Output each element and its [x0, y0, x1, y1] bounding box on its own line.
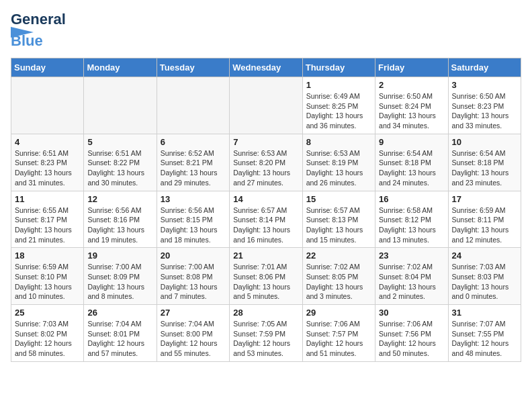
- calendar-cell: [11, 77, 84, 134]
- calendar-cell: 28Sunrise: 7:05 AM Sunset: 7:59 PM Dayli…: [230, 305, 302, 362]
- day-info: Sunrise: 7:03 AM Sunset: 8:02 PM Dayligh…: [15, 319, 80, 359]
- col-header-friday: Friday: [375, 58, 448, 77]
- calendar-cell: 23Sunrise: 7:02 AM Sunset: 8:04 PM Dayli…: [375, 248, 448, 305]
- day-info: Sunrise: 6:49 AM Sunset: 8:25 PM Dayligh…: [306, 91, 371, 131]
- week-row-3: 11Sunrise: 6:55 AM Sunset: 8:17 PM Dayli…: [11, 191, 521, 248]
- col-header-tuesday: Tuesday: [157, 58, 229, 77]
- logo-general: General: [11, 11, 66, 28]
- calendar-table: SundayMondayTuesdayWednesdayThursdayFrid…: [11, 58, 521, 362]
- day-number: 3: [452, 80, 517, 90]
- calendar-cell: [230, 77, 302, 134]
- day-info: Sunrise: 6:56 AM Sunset: 8:16 PM Dayligh…: [87, 205, 152, 245]
- day-info: Sunrise: 6:54 AM Sunset: 8:18 PM Dayligh…: [452, 148, 517, 188]
- calendar-cell: 19Sunrise: 7:00 AM Sunset: 8:09 PM Dayli…: [84, 248, 157, 305]
- day-info: Sunrise: 7:03 AM Sunset: 8:03 PM Dayligh…: [452, 262, 517, 302]
- calendar-cell: 17Sunrise: 6:59 AM Sunset: 8:11 PM Dayli…: [448, 191, 521, 248]
- day-info: Sunrise: 7:04 AM Sunset: 8:00 PM Dayligh…: [161, 319, 226, 359]
- day-number: 8: [306, 137, 371, 147]
- calendar-cell: 9Sunrise: 6:54 AM Sunset: 8:18 PM Daylig…: [375, 134, 448, 191]
- day-number: 14: [233, 194, 298, 204]
- col-header-monday: Monday: [84, 58, 157, 77]
- calendar-cell: 10Sunrise: 6:54 AM Sunset: 8:18 PM Dayli…: [448, 134, 521, 191]
- day-number: 26: [87, 308, 152, 318]
- calendar-cell: 2Sunrise: 6:50 AM Sunset: 8:24 PM Daylig…: [375, 77, 448, 134]
- week-row-2: 4Sunrise: 6:51 AM Sunset: 8:23 PM Daylig…: [11, 134, 521, 191]
- day-info: Sunrise: 7:04 AM Sunset: 8:01 PM Dayligh…: [87, 319, 152, 359]
- day-info: Sunrise: 7:02 AM Sunset: 8:04 PM Dayligh…: [379, 262, 444, 302]
- logo: General Blue: [11, 11, 66, 50]
- day-info: Sunrise: 7:06 AM Sunset: 7:57 PM Dayligh…: [306, 319, 371, 359]
- calendar-cell: 29Sunrise: 7:06 AM Sunset: 7:57 PM Dayli…: [302, 305, 375, 362]
- week-row-5: 25Sunrise: 7:03 AM Sunset: 8:02 PM Dayli…: [11, 305, 521, 362]
- day-number: 15: [306, 194, 371, 204]
- day-number: 19: [87, 250, 152, 261]
- col-header-saturday: Saturday: [448, 58, 521, 77]
- calendar-cell: 25Sunrise: 7:03 AM Sunset: 8:02 PM Dayli…: [11, 305, 84, 362]
- calendar-cell: 1Sunrise: 6:49 AM Sunset: 8:25 PM Daylig…: [302, 77, 375, 134]
- day-info: Sunrise: 6:52 AM Sunset: 8:21 PM Dayligh…: [161, 148, 226, 188]
- col-header-sunday: Sunday: [11, 58, 84, 77]
- day-number: 7: [233, 137, 298, 147]
- day-number: 30: [379, 308, 444, 318]
- calendar-cell: 11Sunrise: 6:55 AM Sunset: 8:17 PM Dayli…: [11, 191, 84, 248]
- day-info: Sunrise: 7:02 AM Sunset: 8:05 PM Dayligh…: [306, 262, 371, 302]
- day-number: 29: [306, 308, 371, 318]
- day-number: 5: [87, 137, 152, 147]
- day-number: 25: [15, 308, 80, 318]
- day-number: 20: [161, 250, 226, 261]
- calendar-header: SundayMondayTuesdayWednesdayThursdayFrid…: [11, 58, 521, 77]
- day-info: Sunrise: 6:56 AM Sunset: 8:15 PM Dayligh…: [161, 205, 226, 245]
- calendar-cell: 4Sunrise: 6:51 AM Sunset: 8:23 PM Daylig…: [11, 134, 84, 191]
- day-info: Sunrise: 6:50 AM Sunset: 8:23 PM Dayligh…: [452, 91, 517, 131]
- day-number: 28: [233, 308, 298, 318]
- day-info: Sunrise: 6:57 AM Sunset: 8:14 PM Dayligh…: [233, 205, 298, 245]
- day-number: 13: [161, 194, 226, 204]
- calendar-cell: [157, 77, 229, 134]
- day-number: 12: [87, 194, 152, 204]
- day-number: 9: [379, 137, 444, 147]
- day-number: 24: [452, 250, 517, 261]
- calendar-cell: 21Sunrise: 7:01 AM Sunset: 8:06 PM Dayli…: [230, 248, 302, 305]
- day-info: Sunrise: 6:53 AM Sunset: 8:19 PM Dayligh…: [306, 148, 371, 188]
- day-info: Sunrise: 7:00 AM Sunset: 8:09 PM Dayligh…: [87, 262, 152, 302]
- day-info: Sunrise: 6:53 AM Sunset: 8:20 PM Dayligh…: [233, 148, 298, 188]
- day-info: Sunrise: 7:07 AM Sunset: 7:55 PM Dayligh…: [452, 319, 517, 359]
- day-info: Sunrise: 6:58 AM Sunset: 8:12 PM Dayligh…: [379, 205, 444, 245]
- week-row-4: 18Sunrise: 6:59 AM Sunset: 8:10 PM Dayli…: [11, 248, 521, 305]
- calendar-cell: 8Sunrise: 6:53 AM Sunset: 8:19 PM Daylig…: [302, 134, 375, 191]
- day-number: 4: [15, 137, 80, 147]
- calendar-cell: 5Sunrise: 6:51 AM Sunset: 8:22 PM Daylig…: [84, 134, 157, 191]
- day-info: Sunrise: 6:59 AM Sunset: 8:11 PM Dayligh…: [452, 205, 517, 245]
- day-info: Sunrise: 6:54 AM Sunset: 8:18 PM Dayligh…: [379, 148, 444, 188]
- calendar-cell: 24Sunrise: 7:03 AM Sunset: 8:03 PM Dayli…: [448, 248, 521, 305]
- day-info: Sunrise: 6:55 AM Sunset: 8:17 PM Dayligh…: [15, 205, 80, 245]
- day-number: 27: [161, 308, 226, 318]
- day-info: Sunrise: 7:06 AM Sunset: 7:56 PM Dayligh…: [379, 319, 444, 359]
- calendar-cell: 27Sunrise: 7:04 AM Sunset: 8:00 PM Dayli…: [157, 305, 229, 362]
- day-info: Sunrise: 7:01 AM Sunset: 8:06 PM Dayligh…: [233, 262, 298, 302]
- calendar-cell: 13Sunrise: 6:56 AM Sunset: 8:15 PM Dayli…: [157, 191, 229, 248]
- day-info: Sunrise: 6:57 AM Sunset: 8:13 PM Dayligh…: [306, 205, 371, 245]
- day-info: Sunrise: 6:51 AM Sunset: 8:23 PM Dayligh…: [15, 148, 80, 188]
- day-info: Sunrise: 7:05 AM Sunset: 7:59 PM Dayligh…: [233, 319, 298, 359]
- week-row-1: 1Sunrise: 6:49 AM Sunset: 8:25 PM Daylig…: [11, 77, 521, 134]
- day-number: 2: [379, 80, 444, 90]
- col-header-wednesday: Wednesday: [230, 58, 302, 77]
- day-number: 17: [452, 194, 517, 204]
- svg-marker-0: [11, 27, 34, 38]
- calendar-cell: 15Sunrise: 6:57 AM Sunset: 8:13 PM Dayli…: [302, 191, 375, 248]
- calendar-cell: 12Sunrise: 6:56 AM Sunset: 8:16 PM Dayli…: [84, 191, 157, 248]
- calendar-cell: 16Sunrise: 6:58 AM Sunset: 8:12 PM Dayli…: [375, 191, 448, 248]
- day-number: 23: [379, 250, 444, 261]
- day-info: Sunrise: 6:59 AM Sunset: 8:10 PM Dayligh…: [15, 262, 80, 302]
- page-header: General Blue: [11, 11, 521, 50]
- col-header-thursday: Thursday: [302, 58, 375, 77]
- calendar-cell: 3Sunrise: 6:50 AM Sunset: 8:23 PM Daylig…: [448, 77, 521, 134]
- calendar-cell: 31Sunrise: 7:07 AM Sunset: 7:55 PM Dayli…: [448, 305, 521, 362]
- calendar-cell: 14Sunrise: 6:57 AM Sunset: 8:14 PM Dayli…: [230, 191, 302, 248]
- calendar-cell: 20Sunrise: 7:00 AM Sunset: 8:08 PM Dayli…: [157, 248, 229, 305]
- day-number: 18: [15, 250, 80, 261]
- calendar-cell: [84, 77, 157, 134]
- day-number: 16: [379, 194, 444, 204]
- day-number: 6: [161, 137, 226, 147]
